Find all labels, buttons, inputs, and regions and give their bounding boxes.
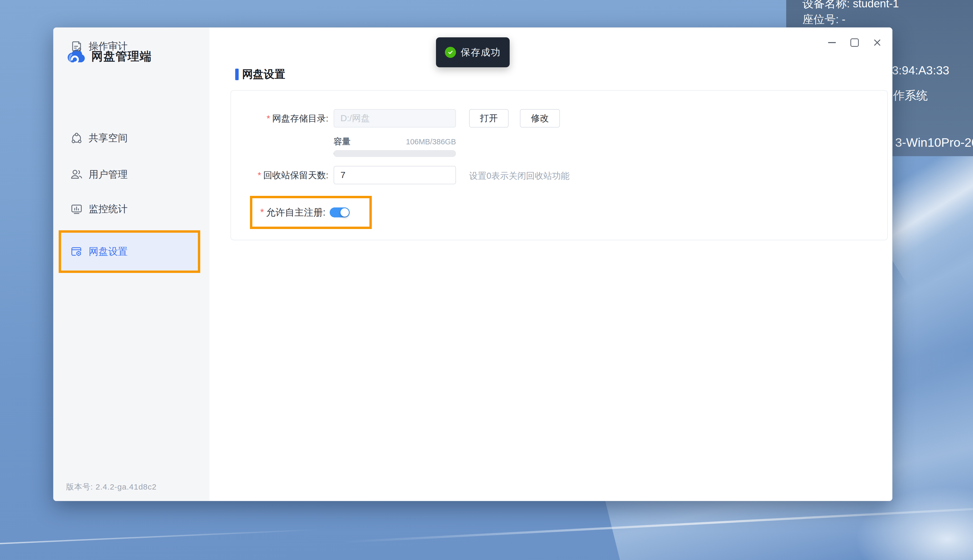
sidebar-item-label: 网盘设置 (89, 245, 128, 258)
wallpaper-wave-line (342, 508, 973, 543)
app-window: 网盘管理端 共享空间 (53, 27, 893, 501)
recycle-days-input[interactable]: 7 (334, 166, 456, 184)
self-register-toggle[interactable] (330, 207, 350, 217)
os-label-text: 作系统 (893, 88, 928, 103)
toast-message: 保存成功 (461, 46, 501, 59)
mac-address-text: 3:94:A3:33 (892, 63, 949, 77)
save-success-toast: 保存成功 (436, 37, 510, 67)
minimize-button[interactable] (828, 38, 836, 47)
desktop: 设备名称: student-1 座位号: - 3:94:A3:33 作系统 3-… (0, 0, 973, 560)
open-button[interactable]: 打开 (469, 109, 508, 128)
required-asterisk: * (257, 170, 261, 180)
device-name-text: 设备名称: student-1 (802, 0, 899, 11)
storage-dir-input[interactable]: D:/网盘 (334, 109, 456, 128)
sidebar-item-label: 用户管理 (89, 168, 128, 181)
version-label: 版本号: (66, 482, 93, 491)
disk-settings-icon (71, 246, 82, 257)
users-icon (71, 169, 82, 180)
version-value: 2.4.2-ga.41d8c2 (95, 482, 157, 491)
sidebar-item-label: 共享空间 (89, 132, 128, 145)
capacity-value: 106MB/386GB (334, 138, 456, 146)
required-asterisk: * (260, 207, 264, 218)
settings-card: *网盘存储目录: D:/网盘 打开 修改 容量 106MB/386GB *回收站… (231, 90, 888, 240)
seat-number-text: 座位号: - (802, 12, 845, 27)
page-title: 网盘设置 (242, 67, 285, 82)
title-accent-bar (235, 68, 239, 80)
close-icon (873, 38, 881, 47)
maximize-button[interactable] (850, 38, 859, 47)
sidebar-item-shared-space[interactable]: 共享空间 (59, 119, 200, 157)
required-asterisk: * (266, 113, 270, 123)
toggle-knob (341, 208, 349, 217)
self-register-annotation-box: *允许自主注册: (250, 196, 372, 229)
version-text: 版本号:2.4.2-ga.41d8c2 (66, 482, 157, 492)
capacity-progress-bar (334, 150, 456, 157)
recycle-days-hint: 设置0表示关闭回收站功能 (469, 170, 569, 182)
sidebar-item-monitor-stats[interactable]: 监控统计 (59, 190, 200, 228)
recycle-days-label: *回收站保留天数: (231, 169, 328, 181)
self-register-label: *允许自主注册: (260, 206, 326, 219)
storage-dir-label: *网盘存储目录: (231, 112, 328, 124)
monitor-chart-icon (71, 203, 82, 215)
window-controls (828, 38, 882, 47)
sidebar: 网盘管理端 共享空间 (53, 28, 209, 501)
sidebar-item-disk-settings[interactable]: 网盘设置 (59, 230, 200, 273)
sidebar-item-operation-audit[interactable]: 操作审计 (59, 28, 200, 65)
page-header: 网盘设置 (235, 67, 285, 82)
sidebar-item-label: 操作审计 (89, 40, 128, 53)
share-space-icon (71, 132, 82, 144)
sidebar-item-label: 监控统计 (89, 202, 128, 216)
sidebar-item-user-management[interactable]: 用户管理 (59, 156, 200, 193)
modify-button[interactable]: 修改 (520, 109, 560, 128)
audit-document-icon (71, 40, 82, 52)
close-button[interactable] (873, 38, 882, 47)
wallpaper-wave-line (0, 529, 321, 545)
os-build-text: 3-Win10Pro-20 (895, 135, 973, 150)
success-check-icon (445, 47, 456, 58)
